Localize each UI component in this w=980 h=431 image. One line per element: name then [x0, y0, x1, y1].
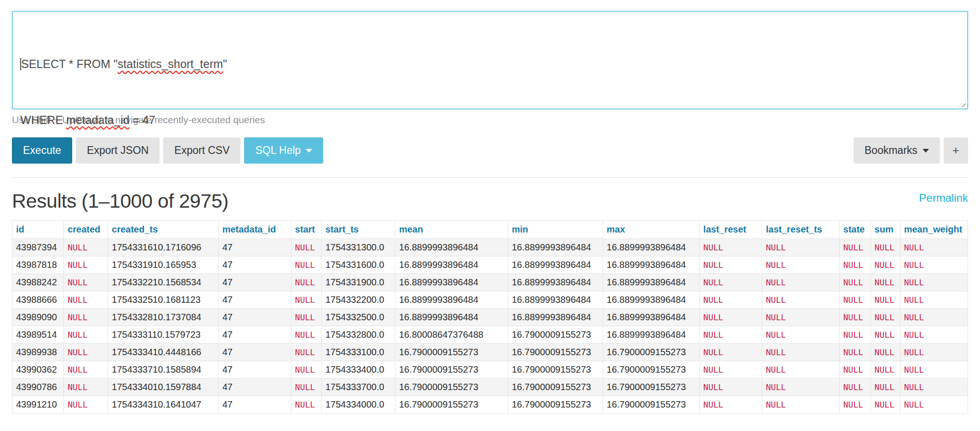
- table-cell: 1754333400.0: [321, 361, 395, 379]
- table-cell: NULL: [762, 361, 839, 379]
- table-cell: 1754333710.1585894: [108, 361, 218, 379]
- table-cell: 1754331300.0: [321, 239, 395, 256]
- table-cell: NULL: [64, 291, 108, 309]
- null-value: NULL: [68, 347, 87, 357]
- null-value: NULL: [295, 295, 315, 305]
- table-cell: 43989938: [12, 344, 64, 361]
- table-cell: NULL: [291, 239, 321, 256]
- column-header-mean_weight: mean_weight: [900, 221, 968, 239]
- null-value: NULL: [875, 330, 895, 340]
- table-cell: NULL: [700, 256, 762, 274]
- table-cell: NULL: [64, 274, 108, 291]
- null-value: NULL: [295, 260, 315, 270]
- table-cell: NULL: [900, 291, 968, 309]
- table-cell: NULL: [291, 361, 321, 379]
- table-cell: 16.7900009155273: [395, 379, 508, 396]
- null-value: NULL: [295, 400, 315, 409]
- table-row: 43990786NULL1754334010.159788447NULL1754…: [12, 379, 968, 396]
- column-header-id: id: [12, 221, 64, 239]
- table-cell: 16.8899993896484: [603, 309, 699, 326]
- null-value: NULL: [843, 278, 863, 287]
- null-value: NULL: [843, 400, 863, 409]
- null-value: NULL: [68, 330, 87, 340]
- table-cell: NULL: [900, 274, 968, 291]
- table-cell: NULL: [839, 344, 871, 361]
- null-value: NULL: [904, 330, 924, 340]
- table-cell: NULL: [700, 396, 762, 414]
- table-cell: 1754332800.0: [321, 326, 395, 344]
- table-cell: NULL: [871, 291, 900, 309]
- column-header-max: max: [603, 221, 699, 239]
- table-cell: NULL: [871, 309, 900, 326]
- textarea-resize-handle[interactable]: [958, 100, 966, 107]
- table-cell: 47: [218, 379, 291, 396]
- table-cell: 16.8899993896484: [508, 239, 603, 256]
- null-value: NULL: [843, 295, 863, 305]
- table-cell: 1754334010.1597884: [108, 379, 218, 396]
- null-value: NULL: [875, 347, 895, 357]
- table-cell: 16.80008647376488: [395, 326, 508, 344]
- table-cell: NULL: [762, 291, 839, 309]
- table-cell: NULL: [762, 396, 839, 414]
- table-cell: NULL: [839, 361, 871, 379]
- table-cell: NULL: [871, 326, 900, 344]
- table-row: 43989514NULL1754333110.157972347NULL1754…: [12, 326, 968, 344]
- column-header-created: created: [64, 221, 108, 239]
- null-value: NULL: [703, 243, 723, 252]
- table-cell: NULL: [900, 256, 968, 274]
- null-value: NULL: [875, 260, 895, 270]
- table-cell: 1754332200.0: [321, 291, 395, 309]
- null-value: NULL: [875, 400, 895, 409]
- query-line-2: WHERE metadata_id = 47: [20, 111, 960, 130]
- table-cell: 47: [218, 291, 291, 309]
- null-value: NULL: [703, 382, 723, 392]
- table-cell: 43988666: [12, 291, 64, 309]
- table-cell: NULL: [291, 396, 321, 414]
- null-value: NULL: [843, 260, 863, 270]
- table-cell: NULL: [900, 239, 968, 256]
- table-cell: 16.8899993896484: [395, 256, 508, 274]
- null-value: NULL: [875, 278, 895, 287]
- null-value: NULL: [766, 365, 786, 374]
- null-value: NULL: [843, 312, 863, 322]
- table-cell: 1754333100.0: [321, 344, 395, 361]
- results-table: idcreatedcreated_tsmetadata_idstartstart…: [12, 220, 968, 414]
- column-header-metadata_id: metadata_id: [218, 221, 291, 239]
- table-cell: NULL: [762, 344, 839, 361]
- table-cell: 16.8899993896484: [603, 256, 699, 274]
- table-row: 43988242NULL1754332210.156853447NULL1754…: [12, 274, 968, 291]
- column-header-state: state: [839, 221, 871, 239]
- null-value: NULL: [875, 295, 895, 305]
- table-cell: 16.7900009155273: [508, 344, 603, 361]
- table-cell: 16.8899993896484: [395, 274, 508, 291]
- permalink-link[interactable]: Permalink: [919, 192, 968, 204]
- null-value: NULL: [703, 278, 723, 287]
- null-value: NULL: [68, 382, 87, 392]
- table-cell: NULL: [700, 309, 762, 326]
- misspelled-word: statistics_short_term: [118, 57, 223, 70]
- table-cell: NULL: [700, 379, 762, 396]
- query-text-segment: WHERE: [20, 113, 66, 126]
- table-cell: NULL: [64, 361, 108, 379]
- null-value: NULL: [904, 365, 924, 374]
- table-cell: NULL: [762, 326, 839, 344]
- column-header-mean: mean: [395, 221, 508, 239]
- null-value: NULL: [766, 347, 786, 357]
- table-cell: NULL: [291, 344, 321, 361]
- table-cell: NULL: [871, 379, 900, 396]
- table-cell: NULL: [900, 361, 968, 379]
- table-cell: 43990786: [12, 379, 64, 396]
- table-row: 43991210NULL1754334310.164104747NULL1754…: [12, 396, 968, 414]
- table-cell: 43989090: [12, 309, 64, 326]
- null-value: NULL: [68, 260, 87, 270]
- table-cell: 16.8899993896484: [603, 239, 699, 256]
- table-row: 43987394NULL1754331610.171609647NULL1754…: [12, 239, 968, 256]
- table-cell: 16.7900009155273: [508, 379, 603, 396]
- column-header-min: min: [508, 221, 603, 239]
- null-value: NULL: [843, 365, 863, 374]
- table-cell: 16.8899993896484: [508, 274, 603, 291]
- table-cell: 47: [218, 309, 291, 326]
- null-value: NULL: [703, 365, 723, 374]
- sql-query-textarea[interactable]: SELECT * FROM "statistics_short_term" WH…: [12, 11, 968, 109]
- table-cell: 47: [218, 256, 291, 274]
